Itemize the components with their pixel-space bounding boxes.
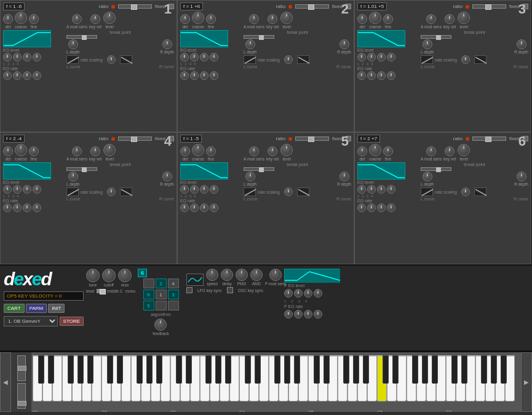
op-5-eg-rate-4[interactable] xyxy=(210,204,218,212)
op-1-eg-level-1[interactable] xyxy=(3,53,12,61)
fine-knob-1[interactable] xyxy=(29,14,39,24)
tune-knob[interactable] xyxy=(86,269,100,282)
op-1-eg-rate-2[interactable] xyxy=(13,71,22,80)
op-6-eg-level-2[interactable] xyxy=(367,185,376,194)
op-6-eg-rate-3[interactable] xyxy=(377,204,386,212)
op-6-eg-rate-2[interactable] xyxy=(367,204,376,212)
fine-knob-2[interactable] xyxy=(206,14,216,24)
cutoff-knob[interactable] xyxy=(102,269,116,282)
black-key-3-3[interactable] xyxy=(284,355,290,384)
level-slider[interactable] xyxy=(97,289,105,293)
op-6-eg-rate-4[interactable] xyxy=(387,204,395,212)
black-key-6-4[interactable] xyxy=(501,355,507,384)
op-4-eg-level-3[interactable] xyxy=(23,185,31,194)
algo-cell-7[interactable] xyxy=(156,301,167,310)
op-2-eg-level-3[interactable] xyxy=(200,53,208,61)
op-3-eg-rate-3[interactable] xyxy=(377,71,386,80)
a-mod-sens-knob-1[interactable] xyxy=(72,14,82,24)
preset-select[interactable]: 1. OB GenvivY xyxy=(4,316,58,326)
l-depth-knob-6[interactable] xyxy=(423,172,432,181)
black-key-4-1[interactable] xyxy=(324,355,330,384)
coarse-knob-1[interactable] xyxy=(15,12,27,24)
det-knob-5[interactable] xyxy=(180,146,190,156)
lfo-key-sync-checkbox[interactable] xyxy=(186,287,193,293)
algo-cell-2[interactable]: 4 xyxy=(168,279,179,288)
l-depth-knob-3[interactable] xyxy=(423,39,432,49)
coarse-knob-6[interactable] xyxy=(369,144,381,156)
key-vel-knob-5[interactable] xyxy=(268,146,277,156)
black-key-6-1[interactable] xyxy=(461,355,467,384)
a-mod-sens-knob-3[interactable] xyxy=(426,14,436,24)
feedback-knob[interactable] xyxy=(154,318,167,331)
peg-level-1[interactable] xyxy=(284,289,293,298)
store-button[interactable]: STORE xyxy=(60,317,84,326)
black-key-0-1[interactable] xyxy=(48,355,54,384)
det-knob-3[interactable] xyxy=(357,14,367,24)
l-depth-knob-1[interactable] xyxy=(68,39,78,49)
op-4-eg-rate-3[interactable] xyxy=(23,204,31,212)
a-mod-sens-knob-6[interactable] xyxy=(426,146,436,156)
l-depth-knob-5[interactable] xyxy=(245,172,255,181)
op-3-eg-rate-2[interactable] xyxy=(367,71,376,80)
a-mod-sens-knob-4[interactable] xyxy=(72,146,82,156)
lfo-speed-knob[interactable] xyxy=(206,269,218,281)
r-depth-knob-5[interactable] xyxy=(339,172,349,181)
black-key-5-2[interactable] xyxy=(412,355,418,384)
l-depth-knob-4[interactable] xyxy=(68,172,78,181)
op-4-eg-level-4[interactable] xyxy=(33,185,41,194)
a-mod-sens-knob-2[interactable] xyxy=(249,14,259,24)
black-key-0-4[interactable] xyxy=(87,355,93,384)
op-6-ratio-slider[interactable] xyxy=(472,136,506,141)
rate-scale-knob-3[interactable] xyxy=(461,55,470,64)
r-depth-knob-4[interactable] xyxy=(162,172,172,181)
op-2-eg-rate-4[interactable] xyxy=(210,71,218,80)
mod-slider[interactable] xyxy=(17,383,26,409)
peg-rate-4[interactable] xyxy=(314,310,322,318)
op-1-bp-track[interactable] xyxy=(66,35,97,39)
black-key-0-3[interactable] xyxy=(77,355,84,384)
op-3-eg-rate-1[interactable] xyxy=(357,71,366,80)
level-knob-3[interactable] xyxy=(458,12,470,24)
fine-knob-6[interactable] xyxy=(383,146,393,156)
black-key-2-1[interactable] xyxy=(186,355,192,384)
op-3-eg-level-2[interactable] xyxy=(367,53,376,61)
black-key-3-2[interactable] xyxy=(274,355,280,384)
rate-scale-knob-1[interactable] xyxy=(107,55,116,64)
rate-scale-knob-2[interactable] xyxy=(284,55,293,64)
r-depth-knob-2[interactable] xyxy=(339,39,349,49)
cart-button[interactable]: CART xyxy=(4,304,25,313)
black-key-1-3[interactable] xyxy=(146,355,153,384)
level-knob-1[interactable] xyxy=(103,12,116,24)
op-2-eg-rate-1[interactable] xyxy=(180,71,189,80)
coarse-knob-2[interactable] xyxy=(192,12,204,24)
parm-button[interactable]: PARM xyxy=(26,304,47,313)
black-key-6-0[interactable] xyxy=(451,355,458,384)
key-vel-knob-1[interactable] xyxy=(90,14,100,24)
op-6-eg-level-4[interactable] xyxy=(387,185,395,194)
key-vel-knob-3[interactable] xyxy=(445,14,455,24)
black-key-2-2[interactable] xyxy=(205,355,212,384)
peg-rate-1[interactable] xyxy=(284,310,293,318)
algo-cell-0[interactable] xyxy=(143,279,154,288)
op-1-ratio-slider[interactable] xyxy=(118,4,152,9)
black-key-2-0[interactable] xyxy=(176,355,182,384)
op-3-bp-track[interactable] xyxy=(421,35,451,39)
black-key-5-3[interactable] xyxy=(422,355,428,384)
op-4-eg-level-2[interactable] xyxy=(13,185,22,194)
black-key-3-0[interactable] xyxy=(245,355,251,384)
osc-key-sync-checkbox[interactable] xyxy=(227,287,233,293)
det-knob-6[interactable] xyxy=(357,146,367,156)
op-1-eg-rate-4[interactable] xyxy=(33,71,41,80)
op-6-bp-track[interactable] xyxy=(421,167,451,171)
r-depth-knob-1[interactable] xyxy=(162,39,172,49)
op-5-eg-level-4[interactable] xyxy=(210,185,218,194)
op-6-eg-level-3[interactable] xyxy=(377,185,386,194)
algorithm-matrix[interactable]: 246135 xyxy=(143,279,179,310)
peg-rate-3[interactable] xyxy=(304,310,312,318)
algo-cell-4[interactable]: 1 xyxy=(156,290,167,299)
reso-knob[interactable] xyxy=(118,269,132,282)
r-depth-knob-3[interactable] xyxy=(517,39,526,49)
black-key-6-3[interactable] xyxy=(491,355,497,384)
black-key-1-1[interactable] xyxy=(117,355,123,384)
op-3-ratio-slider[interactable] xyxy=(472,4,506,9)
